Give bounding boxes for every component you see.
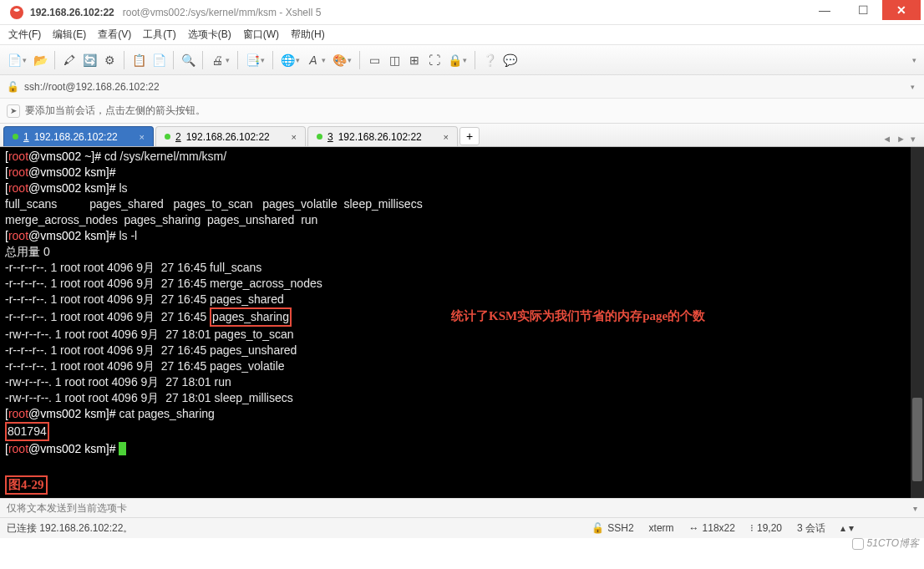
status-dot-icon [13, 134, 18, 140]
send-bar[interactable]: 仅将文本发送到当前选项卡 ▾ [0, 498, 924, 518]
menu-tools[interactable]: 工具(T) [143, 28, 175, 42]
send-dropdown-icon[interactable]: ▾ [913, 504, 917, 513]
status-term: xterm [649, 522, 674, 534]
send-hint: 仅将文本发送到当前选项卡 [7, 501, 127, 516]
menu-edit[interactable]: 编辑(E) [53, 28, 86, 42]
tab-number: 2 [175, 131, 181, 143]
color-icon[interactable]: 🎨 [330, 51, 348, 69]
terminal-scrollbar[interactable] [911, 147, 924, 498]
tab-number: 3 [327, 131, 333, 143]
properties-icon[interactable]: ⚙ [100, 51, 119, 69]
up-icon[interactable]: ▴ [840, 522, 845, 534]
info-hint: 要添加当前会话，点击左侧的箭头按钮。 [25, 104, 206, 118]
font-icon[interactable]: A [304, 51, 322, 69]
minimize-button[interactable]: — [805, 0, 844, 20]
address-url[interactable]: ssh://root@192.168.26.102:22 [24, 81, 160, 93]
tab-label: 192.168.26.102:22 [338, 131, 422, 143]
tab-prev-icon[interactable]: ◄ [881, 132, 893, 146]
tab-list-icon[interactable]: ▾ [909, 132, 917, 146]
transfer-icon[interactable]: 📑 [243, 51, 261, 69]
new-session-icon[interactable]: 📄 [5, 51, 23, 69]
menu-view[interactable]: 查看(V) [98, 28, 131, 42]
app-logo-icon [8, 4, 25, 21]
open-folder-icon[interactable]: 📂 [31, 51, 49, 69]
maximize-button[interactable]: ☐ [844, 0, 882, 20]
tab-label: 192.168.26.102:22 [186, 131, 270, 143]
paste-icon[interactable]: 📄 [150, 51, 168, 69]
status-dot-icon [317, 134, 322, 140]
comment-icon[interactable]: 💬 [500, 51, 519, 69]
down-icon[interactable]: ▾ [849, 522, 854, 534]
watermark: 51CTO博客 [852, 536, 919, 551]
layout3-icon[interactable]: ⊞ [405, 51, 424, 69]
add-session-arrow-icon[interactable]: ➤ [7, 104, 20, 118]
menu-file[interactable]: 文件(F) [8, 28, 41, 42]
session-tab-2[interactable]: 2192.168.26.102:22× [155, 126, 306, 146]
menu-window[interactable]: 窗口(W) [243, 28, 279, 42]
terminal[interactable]: [root@vms002 ~]# cd /sys/kernel/mm/ksm/ … [0, 147, 924, 498]
reconnect-icon[interactable]: 🔄 [80, 51, 99, 69]
status-proto: SSH2 [607, 522, 633, 534]
status-dot-icon [165, 134, 170, 140]
toolbar: 📄▾ 📂 🖍 🔄 ⚙ 📋 📄 🔍 🖨▾ 📑▾ 🌐▾ A▾ 🎨▾ ▭ ◫ ⊞ ⛶ … [0, 45, 924, 75]
window-subtitle: root@vms002:/sys/kernel/mm/ksm - Xshell … [123, 7, 805, 18]
status-sessions: 3 会话 [797, 521, 825, 536]
tab-bar: 1192.168.26.102:22×2192.168.26.102:22×31… [0, 124, 924, 147]
annotation-text: 统计了KSM实际为我们节省的内存page的个数 [451, 308, 705, 324]
status-bar: 已连接 192.168.26.102:22。 🔓SSH2 xterm ↔118x… [0, 518, 924, 538]
window-host: 192.168.26.102:22 [30, 7, 114, 18]
status-connection: 已连接 192.168.26.102:22。 [7, 521, 576, 536]
tab-close-icon[interactable]: × [140, 132, 145, 142]
svg-point-0 [10, 6, 23, 19]
lock-icon[interactable]: 🔒 [445, 51, 464, 69]
tab-number: 1 [23, 131, 29, 143]
watermark-logo-icon [852, 538, 864, 550]
ssh-lock-icon: 🔓 [7, 81, 19, 93]
menubar: 文件(F) 编辑(E) 查看(V) 工具(T) 选项卡(B) 窗口(W) 帮助(… [0, 25, 924, 45]
address-dropdown-icon[interactable]: ▾ [911, 83, 915, 91]
fullscreen-icon[interactable]: ⛶ [425, 51, 444, 69]
new-tab-button[interactable]: + [459, 127, 480, 145]
menu-tabs[interactable]: 选项卡(B) [188, 28, 231, 42]
help-icon[interactable]: ❔ [480, 51, 499, 69]
status-pos: 19,20 [757, 522, 782, 534]
menu-help[interactable]: 帮助(H) [291, 28, 325, 42]
size-icon: ↔ [689, 522, 699, 534]
titlebar: 192.168.26.102:22 root@vms002:/sys/kerne… [0, 0, 924, 25]
toolbar-overflow-icon[interactable]: ▾ [912, 56, 916, 64]
pos-icon: ⁝ [750, 522, 754, 534]
figure-label: 图4-29 [5, 475, 48, 495]
watermark-text: 51CTO博客 [867, 536, 919, 551]
globe-icon[interactable]: 🌐 [278, 51, 297, 69]
copy-icon[interactable]: 📋 [129, 51, 148, 69]
status-size: 118x22 [703, 522, 735, 534]
lock-small-icon: 🔓 [591, 522, 604, 534]
tab-label: 192.168.26.102:22 [34, 131, 118, 143]
search-icon[interactable]: 🔍 [179, 51, 197, 69]
tab-next-icon[interactable]: ► [895, 132, 907, 146]
close-button[interactable]: ✕ [882, 0, 921, 20]
highlight-icon[interactable]: 🖍 [60, 51, 79, 69]
layout1-icon[interactable]: ▭ [365, 51, 383, 69]
layout2-icon[interactable]: ◫ [385, 51, 404, 69]
tab-close-icon[interactable]: × [292, 132, 297, 142]
info-bar: ➤ 要添加当前会话，点击左侧的箭头按钮。 [0, 99, 924, 124]
session-tab-1[interactable]: 1192.168.26.102:22× [3, 126, 154, 146]
session-tab-3[interactable]: 3192.168.26.102:22× [307, 126, 458, 146]
tab-close-icon[interactable]: × [444, 132, 449, 142]
print-icon[interactable]: 🖨 [208, 51, 226, 69]
address-bar: 🔓 ssh://root@192.168.26.102:22 ▾ [0, 75, 924, 99]
